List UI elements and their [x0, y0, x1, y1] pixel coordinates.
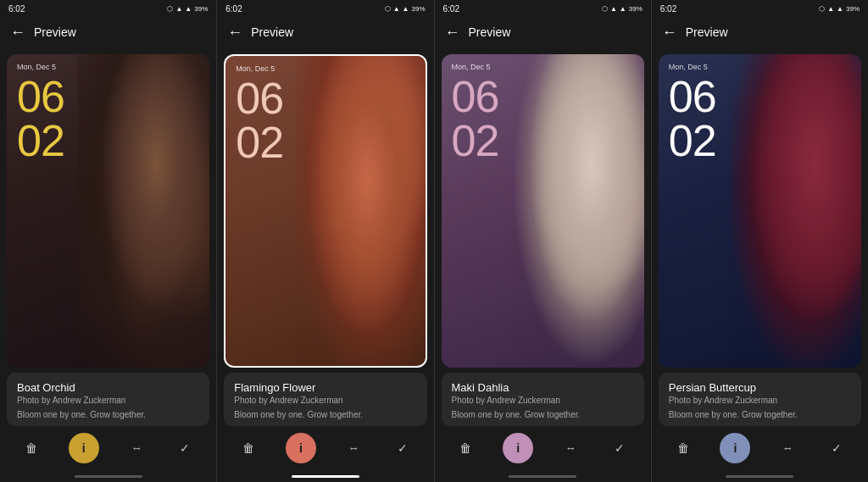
expand-button-buttercup[interactable]: ⤢ [776, 436, 799, 460]
clock-minute-dahlia: 02 [452, 119, 634, 163]
clock-minute-flamingo: 02 [236, 120, 415, 164]
bluetooth-icon-2: ⬡ [385, 5, 391, 13]
status-bar-3: 6:02 ⬡ ▲ ▲ 39% [434, 0, 651, 17]
status-bars: 6:02 ⬡ ▲ ▲ 39% 6:02 ⬡ ▲ ▲ 39% 6:02 ⬡ ▲ ▲… [0, 0, 868, 17]
wifi-icon-4: ▲ [837, 5, 843, 13]
delete-button-orchid[interactable]: 🗑 [19, 436, 43, 460]
home-bar-line-1 [75, 475, 142, 478]
delete-button-flamingo[interactable]: 🗑 [236, 436, 260, 460]
wifi-icon-3: ▲ [620, 5, 626, 13]
status-bar-2: 6:02 ⬡ ▲ ▲ 39% [216, 0, 433, 17]
bluetooth-icon-4: ⬡ [819, 5, 825, 13]
home-bar-line-3 [509, 475, 576, 478]
home-bar-4 [651, 470, 868, 482]
nav-bar-4: ← Preview [651, 17, 868, 47]
status-time-1: 6:02 [8, 4, 25, 14]
nav-bar-1: ← Preview [0, 17, 216, 47]
wallpaper-author-dahlia: Photo by Andrew Zuckerman [452, 396, 634, 405]
clock-hour-dahlia: 06 [452, 75, 634, 119]
back-button-2[interactable]: ← [227, 24, 242, 42]
phone-date-dahlia: Mon, Dec 5 [452, 63, 634, 71]
nav-title-2: Preview [251, 25, 293, 39]
wallpaper-author-flamingo: Photo by Andrew Zuckerman [234, 396, 416, 405]
select-button-dahlia[interactable]: ✓ [608, 436, 632, 460]
phone-date-orchid: Mon, Dec 5 [17, 63, 199, 71]
panel-orchid: Mon, Dec 5 06 02 Boat Orchid Photo by An… [0, 47, 216, 426]
status-bar-1: 6:02 ⬡ ▲ ▲ 39% [0, 0, 216, 17]
battery-icon-2: 39% [411, 5, 425, 13]
home-bar-3 [434, 470, 651, 482]
info-card-flamingo: Flamingo Flower Photo by Andrew Zuckerma… [224, 373, 426, 426]
phone-clock-flamingo: 06 02 [236, 76, 415, 164]
info-button-flamingo[interactable]: i [286, 433, 316, 463]
signal-icon-2: ▲ [393, 5, 400, 13]
resize-icon-dahlia: ⤢ [565, 442, 576, 453]
phone-content-buttercup: Mon, Dec 5 06 02 [659, 54, 861, 368]
panel-dahlia: Mon, Dec 5 06 02 Maki Dahlia Photo by An… [434, 47, 651, 426]
expand-button-dahlia[interactable]: ⤢ [559, 436, 582, 460]
clock-minute-orchid: 02 [17, 119, 199, 163]
check-icon-dahlia: ✓ [615, 441, 625, 455]
wifi-icon: ▲ [185, 5, 192, 13]
trash-icon-orchid: 🗑 [25, 441, 37, 455]
signal-icon-4: ▲ [827, 5, 834, 13]
panel-flamingo: Mon, Dec 5 06 02 Flamingo Flower Photo b… [216, 47, 433, 426]
info-button-dahlia[interactable]: i [503, 433, 533, 463]
bottom-bar-dahlia: 🗑 i ⤢ ✓ [434, 426, 651, 470]
select-button-orchid[interactable]: ✓ [173, 436, 197, 460]
wallpaper-desc-orchid: Bloom one by one. Grow together. [17, 410, 199, 419]
delete-button-dahlia[interactable]: 🗑 [453, 436, 477, 460]
phone-clock-orchid: 06 02 [17, 75, 199, 163]
wallpaper-author-buttercup: Photo by Andrew Zuckerman [669, 396, 851, 405]
phone-content-flamingo: Mon, Dec 5 06 02 [225, 56, 425, 366]
info-card-buttercup: Persian Buttercup Photo by Andrew Zucker… [659, 373, 861, 426]
phone-card-dahlia[interactable]: Mon, Dec 5 06 02 [442, 54, 644, 368]
status-time-2: 6:02 [225, 4, 242, 14]
home-bars [0, 470, 868, 482]
status-icons-2: ⬡ ▲ ▲ 39% [385, 5, 426, 13]
phone-card-buttercup[interactable]: Mon, Dec 5 06 02 [659, 54, 861, 368]
expand-button-orchid[interactable]: ⤢ [125, 436, 148, 460]
phone-date-flamingo: Mon, Dec 5 [236, 64, 415, 73]
resize-icon-buttercup: ⤢ [782, 442, 793, 453]
signal-icon-3: ▲ [610, 5, 617, 13]
bottom-bar-orchid: 🗑 i ⤢ ✓ [0, 426, 216, 470]
resize-icon-orchid: ⤢ [131, 442, 142, 453]
select-button-buttercup[interactable]: ✓ [825, 436, 849, 460]
back-button-3[interactable]: ← [445, 24, 460, 42]
battery-icon-3: 39% [629, 5, 643, 13]
back-button-4[interactable]: ← [662, 24, 677, 42]
home-bar-1 [0, 470, 216, 482]
phone-card-orchid[interactable]: Mon, Dec 5 06 02 [7, 54, 209, 368]
nav-bar-2: ← Preview [216, 17, 433, 47]
delete-button-buttercup[interactable]: 🗑 [671, 436, 695, 460]
phone-date-buttercup: Mon, Dec 5 [669, 63, 851, 71]
phone-clock-buttercup: 06 02 [669, 75, 851, 163]
status-icons-1: ⬡ ▲ ▲ 39% [167, 5, 208, 13]
status-icons-3: ⬡ ▲ ▲ 39% [602, 5, 643, 13]
main-content: Mon, Dec 5 06 02 Boat Orchid Photo by An… [0, 47, 868, 426]
nav-title-1: Preview [34, 25, 76, 39]
check-icon-orchid: ✓ [180, 441, 190, 455]
clock-minute-buttercup: 02 [669, 119, 851, 163]
battery-icon: 39% [194, 5, 208, 13]
trash-icon-dahlia: 🗑 [459, 441, 471, 455]
nav-bars: ← Preview ← Preview ← Preview ← Preview [0, 17, 868, 47]
info-card-orchid: Boat Orchid Photo by Andrew Zuckerman Bl… [7, 373, 209, 426]
back-button-1[interactable]: ← [10, 24, 25, 42]
clock-hour-buttercup: 06 [669, 75, 851, 119]
info-button-orchid[interactable]: i [69, 433, 99, 463]
phone-content-dahlia: Mon, Dec 5 06 02 [442, 54, 644, 368]
battery-icon-4: 39% [846, 5, 860, 13]
wallpaper-title-orchid: Boat Orchid [17, 381, 199, 394]
expand-button-flamingo[interactable]: ⤢ [342, 436, 365, 460]
wallpaper-desc-dahlia: Bloom one by one. Grow together. [452, 410, 634, 419]
wallpaper-desc-buttercup: Bloom one by one. Grow together. [669, 410, 851, 419]
info-card-dahlia: Maki Dahlia Photo by Andrew Zuckerman Bl… [442, 373, 644, 426]
info-button-buttercup[interactable]: i [720, 433, 750, 463]
bluetooth-icon: ⬡ [167, 5, 173, 13]
select-button-flamingo[interactable]: ✓ [391, 436, 415, 460]
status-icons-4: ⬡ ▲ ▲ 39% [819, 5, 860, 13]
phone-card-flamingo[interactable]: Mon, Dec 5 06 02 [224, 54, 426, 368]
wallpaper-author-orchid: Photo by Andrew Zuckerman [17, 396, 199, 405]
